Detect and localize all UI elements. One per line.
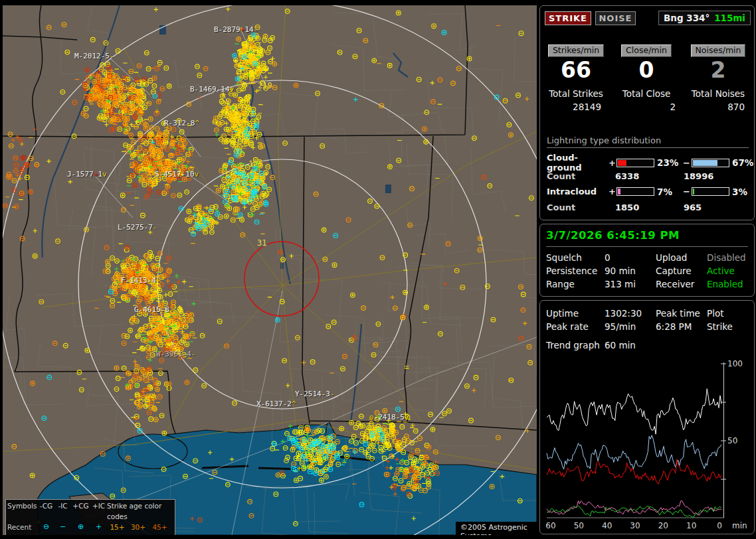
info-row: Peak rate95/min6:28 PMStrike (546, 320, 748, 333)
trend-graph-label: Trend graph (546, 339, 605, 352)
age-code-value: 60+ (107, 532, 128, 535)
age-code-value: 30+ (128, 522, 149, 532)
storm-cell-label: Y-2514-3- (295, 390, 335, 398)
svg-text:100: 100 (727, 359, 743, 368)
distribution-row: Cloud-ground+23%−67% (547, 153, 749, 168)
rate-header-chip[interactable]: Noises/min (691, 44, 746, 57)
map-legend: Symbols-CG-IC+CG+ICStrike age color code… (5, 499, 175, 535)
bearing-value: Bng 334° (664, 11, 709, 25)
lightning-type-distribution: Lightning type distribution Cloud-ground… (547, 135, 749, 215)
svg-text:10: 10 (686, 521, 696, 530)
total-value: 870 (684, 102, 753, 112)
age-code-value: 75+ (128, 532, 149, 535)
rate-column: Close/min0Total Close2 (609, 43, 684, 112)
age-code-value: 45+ (149, 522, 171, 532)
trend-series-ic-rate-pink (547, 501, 721, 516)
trend-window-value: 60 min (605, 339, 748, 352)
svg-text:50: 50 (574, 521, 584, 530)
legend-type-header: +IC (90, 501, 107, 522)
total-label: Total Strikes (543, 88, 609, 99)
copyright-text: ©2005 Astrogenic Systems (456, 522, 537, 535)
strike-symbol-glyph: − (54, 532, 71, 535)
strike-symbol-glyph: ⊕ (71, 532, 90, 535)
storm-cell-label: X-6137-2^ (256, 400, 296, 408)
legend-symbols-title: Symbols (7, 501, 38, 522)
distribution-count-row: Count633818996 (547, 168, 749, 184)
strike-symbol-glyph: ⊖ (38, 532, 54, 535)
strike-symbol-glyph: + (90, 522, 107, 532)
nexstorm-app: { "map": { "copyright": "©2005 Astrogeni… (0, 0, 756, 539)
total-value: 28149 (543, 102, 609, 112)
storm-cell-label: G-4615-8- (134, 305, 174, 314)
distribution-count-row: Count1850965 (547, 199, 749, 215)
storm-cell-label: S-4517-10v (155, 170, 199, 179)
total-value: 2 (609, 102, 684, 112)
status-panel: 3/7/2026 6:45:19 PM Squelch0UploadDisabl… (539, 224, 755, 297)
legend-row-label: Recent (7, 522, 38, 532)
rate-header-chip[interactable]: Close/min (621, 44, 672, 57)
rate-column: Noises/min2Total Noises870 (684, 43, 753, 112)
svg-text:31: 31 (257, 238, 266, 248)
lightning-strike-map[interactable]: 31125219 M-2012-5-B-2879+14-B-1469-14vR-… (3, 5, 537, 535)
total-label: Total Noises (684, 88, 753, 99)
bearing-range-value: 115mi (714, 11, 745, 25)
svg-text:60: 60 (545, 521, 555, 530)
info-row: Uptime1302:30Peak timePlot (546, 307, 748, 320)
trend-series-ic-rate-green (547, 506, 721, 517)
info-row: Persistence90 minCaptureActive (546, 264, 748, 277)
distribution-title: Lightning type distribution (547, 135, 749, 148)
rate-column: Strikes/min66Total Strikes28149 (543, 43, 609, 112)
storm-cell-label: R-312-8^ (164, 119, 199, 127)
storm-cell-label: L-5275-7- (118, 223, 157, 232)
age-code-value: 15+ (107, 522, 128, 532)
svg-text:0: 0 (717, 521, 722, 530)
svg-text:50: 50 (727, 436, 737, 445)
info-row: Squelch0UploadDisabled (546, 251, 748, 264)
map-canvas: 31125219 (3, 5, 537, 535)
trend-series-strike-rate-total (547, 389, 721, 435)
age-code-value: 90+ (149, 532, 171, 535)
storm-cell-label: ⊖-2418-5v (369, 413, 409, 422)
rate-value: 0 (609, 58, 684, 83)
legend-row-label: Old (7, 532, 38, 535)
bearing-readout: Bng 334° 115mi (658, 11, 751, 25)
svg-text:20: 20 (658, 521, 668, 530)
noise-toggle-button[interactable]: NOISE (595, 11, 636, 25)
strike-toggle-button[interactable]: STRIKE (545, 11, 591, 25)
strike-symbol-glyph: − (54, 522, 71, 532)
legend-type-header: -CG (38, 501, 54, 522)
rate-value: 66 (543, 58, 609, 83)
legend-type-header: -IC (54, 501, 71, 522)
trend-graph: 100506050403020100min (540, 354, 754, 534)
svg-text:min: min (732, 521, 747, 530)
storm-cell-label: F-1413-4- (121, 276, 161, 285)
storm-cell-label: W-3961-4- (156, 350, 196, 358)
storm-cell-label: B-2879+14- (214, 25, 258, 34)
strike-symbol-glyph: + (90, 532, 107, 535)
info-row: Range313 miReceiverEnabled (546, 277, 748, 291)
trend-series-positive-cg-rate (547, 459, 721, 485)
svg-text:40: 40 (602, 521, 612, 530)
uptime-rows: Uptime1302:30Peak timePlotPeak rate95/mi… (540, 301, 754, 333)
storm-cell-label: J-1577+1v (67, 170, 107, 179)
total-label: Total Close (609, 88, 684, 99)
storm-cell-label: B-1469-14v (190, 85, 234, 94)
strike-symbol-glyph: ⊖ (38, 522, 54, 532)
trend-panel: Uptime1302:30Peak timePlotPeak rate95/mi… (539, 300, 755, 534)
trend-series-negative-cg-rate (547, 435, 721, 469)
rate-header-chip[interactable]: Strikes/min (548, 44, 604, 57)
svg-text:30: 30 (630, 521, 640, 530)
distribution-row: Intracloud+7%−3% (547, 184, 749, 199)
stats-panel: STRIKE NOISE Bng 334° 115mi Strikes/min6… (539, 5, 755, 220)
datetime-display: 3/7/2026 6:45:19 PM (546, 229, 748, 247)
trend-graph-row: Trend graph 60 min (540, 333, 754, 352)
storm-cell-label: M-2012-5- (74, 52, 114, 60)
strike-symbol-glyph: ⊕ (71, 522, 90, 532)
legend-type-header: +CG (71, 501, 90, 522)
status-rows: Squelch0UploadDisabledPersistence90 minC… (540, 247, 754, 291)
rate-value: 2 (684, 58, 753, 83)
rate-columns: Strikes/min66Total Strikes28149Close/min… (543, 43, 753, 112)
legend-age-title: Strike age color codes (107, 501, 171, 522)
